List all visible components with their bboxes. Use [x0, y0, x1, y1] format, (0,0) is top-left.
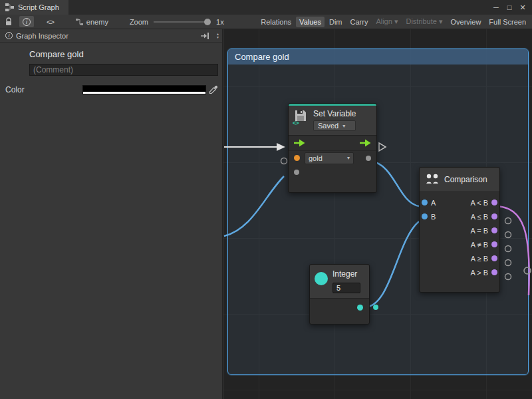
- input-a-label: A: [431, 199, 436, 207]
- flow-in-port[interactable]: [294, 139, 305, 147]
- chevron-down-icon: ▾: [347, 155, 350, 161]
- full-screen-button[interactable]: Full Screen: [485, 17, 529, 27]
- graph-reference-icon: [76, 19, 83, 25]
- eyedropper-icon[interactable]: [209, 85, 218, 94]
- alpha-strip: [83, 92, 205, 94]
- maximize-button[interactable]: □: [503, 0, 516, 15]
- set-variable-header[interactable]: <> Set Variable Saved ▾: [289, 104, 376, 136]
- zoom-value: 1x: [216, 18, 224, 26]
- inspector-title: Graph Inspector: [16, 32, 68, 40]
- spin-down-icon[interactable]: ▼: [216, 36, 219, 39]
- node-comparison[interactable]: Comparison A A < B B A ≤ B A = B A ≠ B: [419, 167, 500, 293]
- output-port-a-eq-b[interactable]: [491, 227, 497, 233]
- value-in-port[interactable]: [294, 170, 299, 175]
- input-b-label: B: [431, 213, 436, 221]
- variable-kind-dropdown[interactable]: Saved ▾: [313, 120, 356, 131]
- info-icon: i: [23, 18, 31, 26]
- integer-icon: [315, 272, 328, 285]
- integer-out-port[interactable]: [357, 305, 363, 311]
- tab-title: Script Graph: [18, 3, 59, 11]
- node-set-variable[interactable]: <> Set Variable Saved ▾ gold ▾: [288, 103, 377, 193]
- comparison-header[interactable]: Comparison: [420, 168, 499, 192]
- code-icon: <>: [47, 18, 54, 26]
- output-port-a-gte-b[interactable]: [491, 255, 497, 261]
- output-label: A < B: [470, 199, 488, 207]
- set-variable-title: Set Variable: [313, 109, 356, 118]
- output-label: A ≥ B: [471, 255, 488, 263]
- color-label: Color: [5, 85, 82, 94]
- info-icon: i: [5, 32, 13, 39]
- comparison-row: A = B: [420, 223, 499, 237]
- input-b-port[interactable]: [422, 213, 428, 219]
- save-variable-icon: <>: [294, 109, 309, 125]
- zoom-slider-knob[interactable]: [204, 19, 211, 25]
- output-port-a-neq-b[interactable]: [491, 241, 497, 247]
- set-variable-name-row: gold ▾: [289, 150, 376, 165]
- comparison-row: A ≥ B: [420, 251, 499, 265]
- variable-name-port[interactable]: [294, 155, 300, 161]
- output-label: A ≤ B: [471, 213, 488, 221]
- inspector-graph-title: Compare gold: [29, 49, 222, 59]
- node-integer[interactable]: Integer 5: [309, 264, 370, 325]
- chevron-down-icon: ▾: [394, 17, 398, 25]
- graph-reference-label[interactable]: enemy: [86, 18, 108, 26]
- comment-input[interactable]: [29, 64, 218, 76]
- color-swatch[interactable]: [82, 85, 206, 94]
- integer-header[interactable]: Integer 5: [310, 265, 369, 299]
- output-port-a-lte-b[interactable]: [491, 213, 497, 219]
- relations-button[interactable]: Relations: [257, 17, 295, 27]
- graph-canvas[interactable]: Compare gold <>: [223, 29, 532, 399]
- window-controls: ─ □ ✕: [489, 0, 532, 15]
- chevron-down-icon: ▾: [439, 17, 443, 25]
- output-label: A ≠ B: [471, 241, 488, 249]
- overview-button[interactable]: Overview: [448, 17, 485, 27]
- window-titlebar: Script Graph ─ □ ✕: [0, 0, 532, 15]
- tab-script-graph[interactable]: Script Graph: [0, 0, 68, 15]
- distribute-button[interactable]: Distribute ▾: [402, 16, 446, 27]
- comparison-row: A ≠ B: [420, 237, 499, 251]
- value-out-port[interactable]: [366, 156, 371, 161]
- output-label: A > B: [470, 269, 488, 277]
- comparison-title: Comparison: [444, 175, 487, 184]
- comparison-row: B A ≤ B: [420, 209, 499, 223]
- inspector-header: i Graph Inspector ▲ ▼: [0, 29, 222, 43]
- group-title: Compare gold: [228, 52, 289, 62]
- values-button[interactable]: Values: [296, 17, 325, 27]
- integer-footer: [310, 299, 369, 316]
- zoom-label: Zoom: [130, 18, 148, 26]
- integer-value-field[interactable]: 5: [332, 283, 360, 293]
- dock-icon[interactable]: [201, 33, 209, 39]
- color-row: Color: [0, 85, 222, 94]
- input-a-port[interactable]: [422, 200, 428, 205]
- graph-inspector-panel: i Graph Inspector ▲ ▼ Compare gold Color: [0, 29, 223, 399]
- comparison-row: A A < B: [420, 196, 499, 209]
- code-view-button[interactable]: <>: [43, 17, 57, 27]
- output-port-a-gt-b[interactable]: [491, 269, 497, 275]
- inspector-toggle-button[interactable]: i: [19, 16, 34, 27]
- zoom-slider[interactable]: [154, 21, 209, 23]
- output-port-a-lt-b[interactable]: [491, 200, 497, 205]
- minimize-button[interactable]: ─: [489, 0, 503, 15]
- comparison-row: A > B: [420, 265, 499, 279]
- group-header[interactable]: Compare gold: [228, 49, 528, 65]
- set-variable-flow-row: [289, 136, 376, 150]
- align-button[interactable]: Align ▾: [372, 16, 401, 27]
- close-button[interactable]: ✕: [516, 0, 529, 15]
- variable-name-dropdown[interactable]: gold ▾: [305, 152, 354, 164]
- node-accent-strip: [289, 104, 376, 106]
- output-label: A = B: [470, 227, 488, 235]
- toolbar-right-group: Relations Values Dim Carry Align ▾ Distr…: [257, 16, 532, 27]
- code-icon: <>: [293, 120, 299, 126]
- comparison-icon: [425, 173, 440, 186]
- graph-toolbar: i <> enemy Zoom 1x Relations Values Dim …: [0, 15, 532, 29]
- chevron-down-icon: ▾: [342, 123, 345, 129]
- lock-icon[interactable]: [5, 17, 13, 26]
- flow-out-port[interactable]: [360, 139, 371, 147]
- script-graph-icon: [5, 3, 14, 11]
- set-variable-value-row: [289, 165, 376, 180]
- integer-title: Integer: [332, 269, 360, 279]
- dim-button[interactable]: Dim: [326, 17, 346, 27]
- carry-button[interactable]: Carry: [347, 17, 372, 27]
